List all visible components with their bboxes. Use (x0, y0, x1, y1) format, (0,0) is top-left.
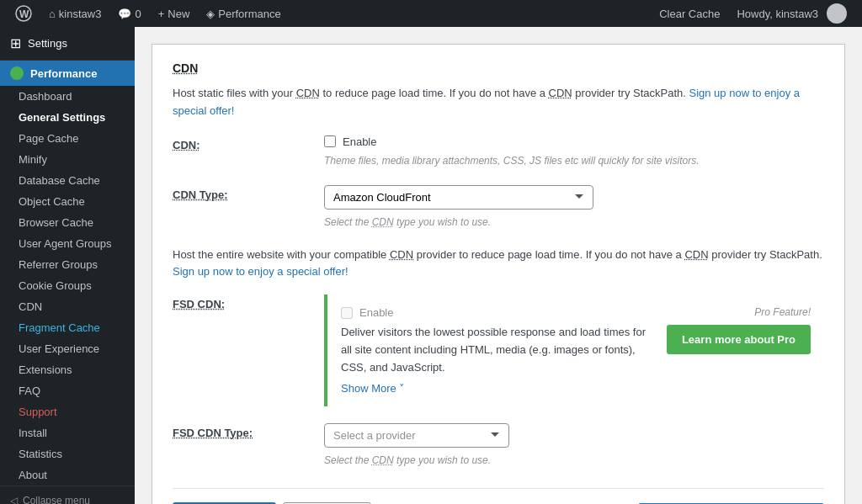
wp-logo-button[interactable]: W (7, 0, 40, 27)
fsd-signup-link[interactable]: Sign up now to enjoy a special offer! (173, 265, 349, 278)
collapse-menu-button[interactable]: ◁ Collapse menu (0, 485, 135, 504)
plus-icon: + (158, 8, 165, 20)
clear-cache-label: Clear Cache (659, 8, 720, 20)
sidebar-performance-label: Performance (30, 67, 97, 80)
performance-icon (10, 66, 24, 80)
sidebar-item-dashboard[interactable]: Dashboard (0, 86, 135, 107)
main-content: CDN Host static files with your CDN to r… (135, 27, 862, 504)
comments-icon: 💬 (118, 8, 131, 20)
sidebar-item-support[interactable]: Support (0, 401, 135, 422)
cdn-section-title: CDN (173, 61, 824, 75)
cdn-label: CDN: (173, 135, 324, 151)
fsd-cdn-type-control: Select a provider StackPath CloudFlare S… (324, 423, 824, 468)
actions-bar: Save all settings Empty cache Save Setti… (173, 488, 824, 504)
sidebar-item-minify[interactable]: Minify (0, 149, 135, 170)
collapse-label: Collapse menu (23, 495, 90, 504)
cdn-enable-checkbox[interactable] (324, 135, 336, 147)
cdn-enable-row: CDN: Enable Theme files, media library a… (173, 135, 824, 168)
sidebar-item-general-settings[interactable]: General Settings (0, 107, 135, 128)
current-page-label: ◈ Performance (198, 0, 289, 27)
fsd-enable-row: Enable (341, 306, 653, 319)
svg-text:W: W (19, 8, 29, 20)
fsd-enable-checkbox[interactable] (341, 307, 353, 319)
show-more-link[interactable]: Show More ˅ (341, 382, 405, 395)
cdn-control: Enable Theme files, media library attach… (324, 135, 824, 168)
cdn-type-row: CDN Type: Amazon CloudFront MaxCDN Cloud… (173, 185, 824, 230)
collapse-icon: ◁ (10, 495, 18, 504)
settings-header-label: Settings (28, 37, 67, 50)
new-label: New (168, 8, 189, 20)
fsd-cdn-type-select[interactable]: Select a provider StackPath CloudFlare (324, 423, 509, 448)
sidebar-item-about[interactable]: About (0, 464, 135, 485)
cdn-signup-link[interactable]: Sign up now to enjoy a special offer! (173, 87, 800, 117)
fsd-cdn-right: Pro Feature! Learn more about Pro (667, 306, 811, 354)
sidebar-item-browser-cache[interactable]: Browser Cache (0, 212, 135, 233)
current-page: Performance (218, 8, 280, 20)
sidebar-item-cdn[interactable]: CDN (0, 296, 135, 317)
cdn-type-hint: Select the CDN type you wish to use. (324, 215, 824, 230)
learn-more-button[interactable]: Learn more about Pro (667, 325, 811, 354)
chevron-down-icon: ˅ (399, 382, 405, 395)
fsd-cdn-label: FSD CDN: (173, 294, 324, 310)
site-name-button[interactable]: ⌂ kinstaw3 (40, 0, 109, 27)
admin-bar: W ⌂ kinstaw3 💬 0 + New ◈ Performance Cle… (0, 0, 862, 27)
sidebar-item-install[interactable]: Install (0, 422, 135, 443)
sidebar-item-user-experience[interactable]: User Experience (0, 338, 135, 359)
sidebar-item-extensions[interactable]: Extensions (0, 359, 135, 380)
fsd-description-top: Host the entire website with your compat… (173, 247, 824, 282)
cdn-enable-hint: Theme files, media library attachments, … (324, 153, 824, 168)
comments-button[interactable]: 💬 0 (109, 0, 149, 27)
sidebar-item-cookie-groups[interactable]: Cookie Groups (0, 275, 135, 296)
sidebar-item-performance[interactable]: Performance (0, 61, 135, 86)
sidebar-item-referrer-groups[interactable]: Referrer Groups (0, 254, 135, 275)
settings-header: ⊞ Settings (0, 27, 135, 61)
cdn-card: CDN Host static files with your CDN to r… (152, 44, 845, 504)
avatar (827, 3, 847, 24)
fsd-cdn-type-label: FSD CDN Type: (173, 423, 324, 439)
fsd-cdn-type-row: FSD CDN Type: Select a provider StackPat… (173, 423, 824, 468)
sidebar-item-object-cache[interactable]: Object Cache (0, 191, 135, 212)
fsd-cdn-box: Enable Deliver visitors the lowest possi… (324, 294, 824, 406)
comment-count: 0 (135, 8, 141, 20)
cdn-type-label: CDN Type: (173, 185, 324, 201)
fsd-cdn-type-hint: Select the CDN type you wish to use. (324, 453, 824, 468)
sidebar: ⊞ Settings Performance Dashboard General… (0, 27, 135, 504)
sidebar-item-fragment-cache[interactable]: Fragment Cache (0, 317, 135, 338)
cdn-type-control: Amazon CloudFront MaxCDN CloudFlare Cust… (324, 185, 824, 230)
cdn-type-select[interactable]: Amazon CloudFront MaxCDN CloudFlare Cust… (324, 185, 593, 210)
sidebar-item-database-cache[interactable]: Database Cache (0, 170, 135, 191)
fsd-enable-label[interactable]: Enable (359, 306, 393, 319)
sidebar-item-page-cache[interactable]: Page Cache (0, 128, 135, 149)
sidebar-item-faq[interactable]: FAQ (0, 380, 135, 401)
page-icon: ◈ (206, 8, 215, 20)
site-name: kinstaw3 (59, 8, 102, 20)
fsd-description-text: Deliver visitors the lowest possible res… (341, 324, 653, 376)
cdn-enable-label[interactable]: Enable (343, 135, 376, 148)
howdy-menu[interactable]: Howdy, kinstaw3 (728, 0, 855, 27)
howdy-label: Howdy, kinstaw3 (737, 8, 818, 20)
fsd-cdn-control: Enable Deliver visitors the lowest possi… (324, 294, 824, 406)
clear-cache-button[interactable]: Clear Cache (651, 0, 728, 27)
new-content-button[interactable]: + New (150, 0, 199, 27)
pro-feature-label: Pro Feature! (754, 306, 811, 318)
sidebar-item-statistics[interactable]: Statistics (0, 443, 135, 464)
fsd-cdn-content: Enable Deliver visitors the lowest possi… (341, 306, 653, 394)
fsd-cdn-row: FSD CDN: Enable Deliver visitors the low… (173, 294, 824, 406)
sidebar-item-user-agent-groups[interactable]: User Agent Groups (0, 233, 135, 254)
settings-grid-icon: ⊞ (10, 35, 21, 51)
cdn-description: Host static files with your CDN to reduc… (173, 85, 824, 120)
home-icon: ⌂ (49, 8, 56, 20)
